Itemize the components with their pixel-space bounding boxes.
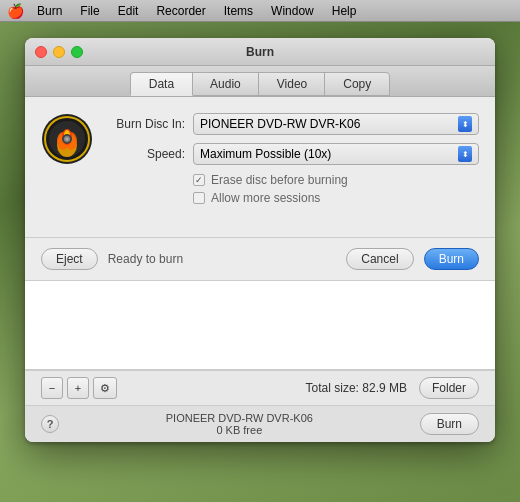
- action-bar: Eject Ready to burn Cancel Burn: [25, 237, 495, 280]
- burn-disc-select[interactable]: PIONEER DVD-RW DVR-K06 ⬍: [193, 113, 479, 135]
- close-button[interactable]: [35, 46, 47, 58]
- chevron-icon: ⬍: [462, 150, 469, 159]
- burn-button[interactable]: Burn: [424, 248, 479, 270]
- menu-items[interactable]: Items: [221, 4, 256, 18]
- disc-section: Burn Disc In: PIONEER DVD-RW DVR-K06 ⬍ S…: [41, 113, 479, 209]
- erase-checkbox[interactable]: ✓: [193, 174, 205, 186]
- erase-label: Erase disc before burning: [211, 173, 348, 187]
- menu-burn[interactable]: Burn: [34, 4, 65, 18]
- speed-arrow: ⬍: [458, 146, 472, 162]
- tab-video[interactable]: Video: [258, 72, 326, 96]
- bottom-burn-button[interactable]: Burn: [420, 413, 479, 435]
- disc-free: 0 KB free: [69, 424, 410, 436]
- chevron-icon: ⬍: [462, 120, 469, 129]
- eject-button[interactable]: Eject: [41, 248, 98, 270]
- speed-row: Speed: Maximum Possible (10x) ⬍: [105, 143, 479, 165]
- help-button[interactable]: ?: [41, 415, 59, 433]
- menu-file[interactable]: File: [77, 4, 102, 18]
- speed-select[interactable]: Maximum Possible (10x) ⬍: [193, 143, 479, 165]
- status-bar: ? PIONEER DVD-RW DVR-K06 0 KB free Burn: [25, 405, 495, 442]
- speed-label: Speed:: [105, 147, 185, 161]
- file-list: [25, 280, 495, 370]
- titlebar: Burn: [25, 38, 495, 66]
- bottom-toolbar: − + ⚙ Total size: 82.9 MB Folder: [25, 370, 495, 405]
- form-fields: Burn Disc In: PIONEER DVD-RW DVR-K06 ⬍ S…: [105, 113, 479, 209]
- menu-help[interactable]: Help: [329, 4, 360, 18]
- cancel-button[interactable]: Cancel: [346, 248, 413, 270]
- burn-disc-row: Burn Disc In: PIONEER DVD-RW DVR-K06 ⬍: [105, 113, 479, 135]
- menu-edit[interactable]: Edit: [115, 4, 142, 18]
- folder-button[interactable]: Folder: [419, 377, 479, 399]
- erase-row: ✓ Erase disc before burning: [105, 173, 479, 187]
- status-text: Ready to burn: [108, 252, 337, 266]
- tab-data[interactable]: Data: [130, 72, 193, 96]
- minimize-button[interactable]: [53, 46, 65, 58]
- burn-disc-arrow: ⬍: [458, 116, 472, 132]
- disc-name: PIONEER DVD-RW DVR-K06: [69, 412, 410, 424]
- menu-recorder[interactable]: Recorder: [153, 4, 208, 18]
- remove-button[interactable]: −: [41, 377, 63, 399]
- disc-info: PIONEER DVD-RW DVR-K06 0 KB free: [69, 412, 410, 436]
- speed-value: Maximum Possible (10x): [200, 147, 331, 161]
- disc-icon: [41, 113, 93, 165]
- burn-disc-label: Burn Disc In:: [105, 117, 185, 131]
- dialog-content: Burn Disc In: PIONEER DVD-RW DVR-K06 ⬍ S…: [25, 97, 495, 237]
- settings-button[interactable]: ⚙: [93, 377, 117, 399]
- total-size: Total size: 82.9 MB: [121, 381, 407, 395]
- tab-bar: Data Audio Video Copy: [25, 66, 495, 97]
- tab-copy[interactable]: Copy: [324, 72, 390, 96]
- add-button[interactable]: +: [67, 377, 89, 399]
- apple-menu[interactable]: 🍎: [8, 4, 22, 18]
- menu-window[interactable]: Window: [268, 4, 317, 18]
- menubar: 🍎 Burn File Edit Recorder Items Window H…: [0, 0, 520, 22]
- sessions-label: Allow more sessions: [211, 191, 320, 205]
- maximize-button[interactable]: [71, 46, 83, 58]
- sessions-row: Allow more sessions: [105, 191, 479, 205]
- tab-audio[interactable]: Audio: [191, 72, 260, 96]
- window-title: Burn: [246, 45, 274, 59]
- burn-disc-value: PIONEER DVD-RW DVR-K06: [200, 117, 360, 131]
- burn-window: Burn Data Audio Video Copy: [25, 38, 495, 442]
- window-controls: [35, 46, 83, 58]
- svg-point-11: [66, 138, 69, 141]
- sessions-checkbox[interactable]: [193, 192, 205, 204]
